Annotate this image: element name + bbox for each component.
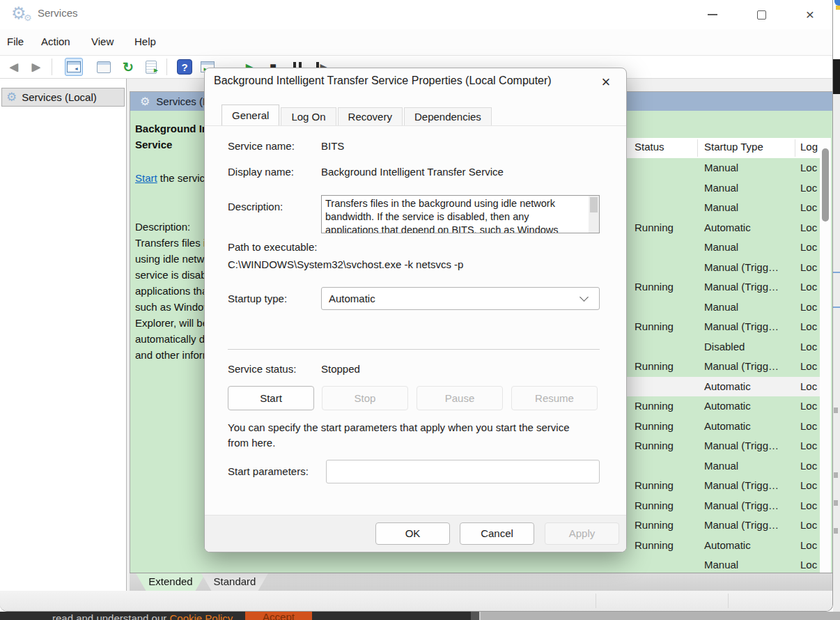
start-service-line: Start the service <box>135 172 210 184</box>
log-cell: Loc <box>800 516 817 536</box>
menu-action[interactable]: Action <box>41 36 70 47</box>
tab-log-on[interactable]: Log On <box>281 107 336 126</box>
back-icon[interactable]: ◄ <box>5 58 23 76</box>
log-cell: Loc <box>800 198 817 218</box>
vertical-scrollbar-thumb[interactable] <box>822 148 829 222</box>
stop-button[interactable]: Stop <box>322 386 408 410</box>
refresh-icon[interactable]: ↻ <box>119 58 137 76</box>
column-header-startup-type[interactable]: Startup Type <box>704 141 763 153</box>
menu-view[interactable]: View <box>91 36 114 47</box>
startup-type-value: Automatic <box>329 288 375 309</box>
export-list-icon[interactable] <box>142 58 160 76</box>
gear-icon: ⚙ <box>140 95 150 108</box>
startup-type-select[interactable]: Automatic <box>321 287 600 310</box>
startup-cell: Manual <box>704 178 738 199</box>
start-parameters-input[interactable] <box>326 460 600 483</box>
start-button[interactable]: Start <box>228 386 314 410</box>
startup-cell: Manual (Trigg… <box>704 277 779 297</box>
log-cell: Loc <box>800 456 817 476</box>
startup-cell: Manual (Trigg… <box>704 357 779 377</box>
log-cell: Loc <box>800 158 817 178</box>
log-cell: Loc <box>800 238 817 258</box>
cancel-button[interactable]: Cancel <box>460 522 534 545</box>
start-service-rest: the service <box>157 172 211 184</box>
tab-divider <box>205 125 626 126</box>
accept-button[interactable]: Accept <box>245 612 312 620</box>
start-parameters-note: You can specify the start parameters tha… <box>228 420 611 451</box>
strip-text-fragment <box>834 500 838 506</box>
resume-button[interactable]: Resume <box>511 386 598 410</box>
status-cell: Running <box>635 436 674 456</box>
menu-bar: FileActionViewHelp <box>0 29 832 56</box>
dialog-title: Background Intelligent Transfer Service … <box>214 75 552 87</box>
dialog-close-button[interactable]: × <box>596 72 616 93</box>
menu-file[interactable]: File <box>7 36 24 47</box>
close-button[interactable]: × <box>794 0 826 29</box>
console-tree-icon[interactable] <box>65 58 83 76</box>
strip-text-fragment <box>834 472 838 478</box>
description-scrollbar[interactable] <box>589 196 599 233</box>
tree-item-services-local[interactable]: ⚙ Services (Local) <box>1 88 125 107</box>
background-browser-strip <box>833 0 840 620</box>
apply-button[interactable]: Apply <box>545 522 619 545</box>
column-header-status[interactable]: Status <box>635 141 664 153</box>
view-tabs: ExtendedStandard <box>130 573 833 591</box>
log-cell: Loc <box>800 396 817 417</box>
vertical-scrollbar[interactable] <box>820 138 831 573</box>
services-gear-icon-small: ⚙ <box>24 13 32 23</box>
startup-cell: Manual (Trigg… <box>704 436 779 456</box>
title-bar: ⚙ ⚙ Services × <box>0 0 832 29</box>
ok-button[interactable]: OK <box>375 522 450 545</box>
help-icon[interactable]: ? <box>177 59 192 75</box>
strip-blue-line2 <box>833 307 840 308</box>
start-parameters-label: Start parameters: <box>228 465 309 477</box>
maximize-button[interactable] <box>745 0 777 29</box>
view-tab-standard[interactable]: Standard <box>201 573 268 591</box>
description-scrollbar-thumb[interactable] <box>590 197 598 212</box>
column-divider <box>697 139 698 157</box>
description-label: Description: <box>228 201 283 212</box>
menu-help[interactable]: Help <box>134 36 156 47</box>
minimize-button[interactable] <box>697 0 729 29</box>
toolbar-separator <box>166 59 167 75</box>
service-status-label: Service status: <box>228 363 296 375</box>
startup-cell: Automatic <box>704 377 751 397</box>
cookie-text-prefix: read and understand our <box>52 612 169 620</box>
log-cell: Loc <box>800 218 817 238</box>
status-cell: Running <box>635 496 674 516</box>
status-cell: Running <box>635 417 674 437</box>
strip-blue-line <box>833 272 840 273</box>
minimize-icon <box>708 14 717 15</box>
startup-cell: Automatic <box>704 536 751 556</box>
description-label: Description: <box>135 219 190 235</box>
properties-icon[interactable] <box>95 58 113 76</box>
log-cell: Loc <box>800 277 817 297</box>
description-text: Transfers files in the background using … <box>325 197 586 233</box>
tree-item-label: Services (Local) <box>22 91 97 103</box>
view-tab-extended[interactable]: Extended <box>136 573 205 591</box>
description-box[interactable]: Transfers files in the background using … <box>321 195 600 233</box>
section-divider <box>228 349 600 350</box>
startup-cell: Manual <box>704 198 738 218</box>
pause-button[interactable]: Pause <box>417 386 503 410</box>
start-service-link[interactable]: Start <box>135 172 157 184</box>
table-row[interactable]: ManualLoc <box>352 555 821 573</box>
status-cell: Running <box>635 396 674 417</box>
forward-icon[interactable]: ► <box>27 58 45 76</box>
tab-recovery[interactable]: Recovery <box>338 107 403 126</box>
strip-text-fragment <box>834 408 838 413</box>
log-cell: Loc <box>800 297 817 318</box>
chevron-down-icon <box>580 293 589 302</box>
column-header-log-on-as[interactable]: Log <box>800 141 818 153</box>
tab-dependencies[interactable]: Dependencies <box>404 107 492 126</box>
startup-cell: Automatic <box>704 396 751 417</box>
properties-dialog: Background Intelligent Transfer Service … <box>204 68 627 552</box>
startup-cell: Manual (Trigg… <box>704 258 779 278</box>
cookie-policy-link[interactable]: Cookie Policy. <box>169 612 235 620</box>
gear-icon: ⚙ <box>6 90 17 104</box>
status-cell: Running <box>635 476 674 496</box>
cookie-banner-divider <box>471 612 481 620</box>
log-cell: Loc <box>800 357 817 377</box>
startup-cell: Manual (Trigg… <box>704 516 779 536</box>
tab-general[interactable]: General <box>221 104 279 126</box>
